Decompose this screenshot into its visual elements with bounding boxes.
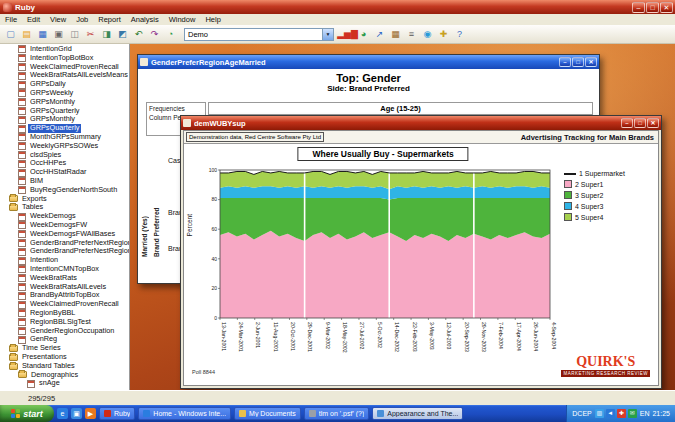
windows-flag-icon (11, 409, 20, 418)
globe-icon[interactable]: ◉ (420, 27, 435, 42)
messenger-icon[interactable]: ✉ (628, 409, 637, 418)
internet-explorer-icon[interactable]: e (57, 408, 68, 419)
sidebar-item-genderbrandprefernestregionage[interactable]: GenderBrandPreferNestRegionAge (0, 247, 129, 256)
close-button[interactable]: ✕ (647, 118, 659, 128)
svg-text:100: 100 (209, 167, 218, 173)
menu-view[interactable]: View (45, 15, 71, 24)
table-icon[interactable]: ▦ (388, 27, 403, 42)
taskbar-buttons: RubyHome - Windows Inte...My Documentstl… (96, 407, 463, 420)
line-chart-icon[interactable]: ↗ (372, 27, 387, 42)
svg-text:17-Apr-2004: 17-Apr-2004 (516, 322, 522, 351)
language-indicator[interactable]: EN (640, 410, 650, 417)
table-icon (18, 81, 26, 89)
maximize-button[interactable]: □ (634, 118, 646, 128)
folder-icon (9, 345, 18, 352)
table-icon (18, 318, 26, 326)
y-axis-label: Percent (186, 214, 193, 236)
menu-help[interactable]: Help (200, 15, 225, 24)
poll-footnote: Poll 8844 (192, 369, 215, 375)
folder-icon (9, 363, 18, 370)
chart-window-body: Demonstration data, Red Centre Software … (183, 130, 659, 386)
cut-icon[interactable]: ✂ (83, 27, 98, 42)
menu-window[interactable]: Window (164, 15, 201, 24)
sidebar-item-weeklygrpssowes[interactable]: WeeklyGRPsSOWes (0, 142, 129, 151)
close-button[interactable]: ✕ (660, 2, 673, 13)
chevron-down-icon[interactable]: ▼ (322, 29, 333, 40)
pie-chart-icon[interactable]: ◕ (356, 27, 371, 42)
main-title-bar[interactable]: Ruby – □ ✕ (0, 0, 675, 14)
help-icon[interactable]: ? (452, 27, 467, 42)
ruby-application-window: Ruby – □ ✕ FileEditViewJobReportAnalysis… (0, 0, 675, 422)
report-icon[interactable]: ≡ (404, 27, 419, 42)
menu-file[interactable]: File (0, 15, 22, 24)
table-icon (18, 45, 26, 53)
taskbar-button-tlm-on-psf[interactable]: tlm on '.psf' (?) (304, 407, 369, 420)
new-icon[interactable]: ▢ (3, 27, 18, 42)
maximize-button[interactable]: □ (572, 57, 584, 67)
refresh-icon[interactable]: ◔ (163, 27, 178, 42)
sidebar-item-genreg[interactable]: GenReg (0, 335, 129, 344)
svg-text:9-Mar-2002: 9-Mar-2002 (325, 322, 331, 349)
demo-combo[interactable]: Demo ▼ (184, 28, 334, 41)
table-icon (18, 230, 26, 238)
sidebar-item-genderregionoccupation[interactable]: GenderRegionOccupation (0, 327, 129, 336)
table-window-icon (140, 58, 148, 66)
navigation-tree: IntentionGridIntentionTopBotBoxWeekClaim… (0, 44, 130, 390)
table-icon (18, 63, 26, 71)
legend-item-3-super2: 3 Super2 (564, 191, 625, 199)
taskbar-button-ruby[interactable]: Ruby (99, 407, 135, 420)
quirks-logo: QUIRK'S Marketing Research Review (561, 355, 650, 377)
preview-icon[interactable]: ◫ (67, 27, 82, 42)
table-window-title-bar[interactable]: GenderPreferRegionAgeMarried – □ ✕ (138, 55, 599, 69)
folder-icon (9, 195, 18, 202)
minimize-button[interactable]: – (621, 118, 633, 128)
paste-icon[interactable]: ◩ (115, 27, 130, 42)
undo-icon[interactable]: ↶ (131, 27, 146, 42)
svg-text:26-Jun-2004: 26-Jun-2004 (533, 322, 539, 351)
chart-window-title: demWUBYsup (194, 119, 621, 128)
sidebar-item-snage[interactable]: snAge (0, 379, 129, 388)
sidebar-item-occhhstatradar[interactable]: OccHHStatRadar (0, 168, 129, 177)
sidebar-item-demographics[interactable]: Demographics (0, 370, 129, 379)
chart-window-icon (183, 119, 191, 127)
svg-text:13-Jan-2001: 13-Jan-2001 (221, 322, 227, 351)
chart-window-title-bar[interactable]: demWUBYsup – □ ✕ (181, 116, 661, 130)
close-button[interactable]: ✕ (585, 57, 597, 67)
copy-icon[interactable]: ◨ (99, 27, 114, 42)
media-player-icon[interactable]: ▶ (85, 408, 96, 419)
show-desktop-icon[interactable]: ▣ (71, 408, 82, 419)
sidebar-item-exports[interactable]: Exports (0, 195, 129, 204)
svg-text:24-Mar-2001: 24-Mar-2001 (238, 322, 244, 352)
network-icon[interactable]: ▥ (595, 409, 604, 418)
menu-job[interactable]: Job (71, 15, 93, 24)
save-icon[interactable]: ▦ (35, 27, 50, 42)
start-button[interactable]: start (0, 405, 54, 422)
taskbar-button-home-windows-inte[interactable]: Home - Windows Inte... (138, 407, 231, 420)
sidebar-item-buyreggendernorthsouth[interactable]: BuyRegGenderNorthSouth (0, 186, 129, 195)
volume-icon[interactable]: ◄ (606, 409, 615, 418)
taskbar-button-my-documents[interactable]: My Documents (234, 407, 301, 420)
security-icon[interactable]: ✚ (617, 409, 626, 418)
taskbar-button-appearance-and-the[interactable]: Appearance and The... (372, 407, 463, 420)
maximize-button[interactable]: □ (646, 2, 659, 13)
menu-analysis[interactable]: Analysis (126, 15, 164, 24)
age-band-header: Age (15-25) (208, 102, 593, 114)
svg-text:3-May-2003: 3-May-2003 (429, 322, 435, 350)
display-icon (377, 410, 384, 417)
item-count: 295/295 (28, 394, 55, 403)
calculator-icon[interactable]: ✚ (436, 27, 451, 42)
menu-report[interactable]: Report (93, 15, 126, 24)
bar-chart-icon[interactable]: ▂▅▇ (340, 27, 355, 42)
menu-edit[interactable]: Edit (22, 15, 45, 24)
minimize-button[interactable]: – (559, 57, 571, 67)
chart-area: Where Usually Buy - Supermarkets Percent… (184, 144, 658, 385)
quirks-logo-subtext: Marketing Research Review (561, 370, 650, 377)
open-icon[interactable]: ▤ (19, 27, 34, 42)
table-icon (18, 72, 26, 80)
print-icon[interactable]: ▣ (51, 27, 66, 42)
chart-window[interactable]: demWUBYsup – □ ✕ Demonstration data, Red… (180, 115, 662, 389)
chart-window-header: Demonstration data, Red Centre Software … (184, 131, 658, 144)
svg-text:29-Dec-2001: 29-Dec-2001 (307, 322, 313, 352)
minimize-button[interactable]: – (632, 2, 645, 13)
redo-icon[interactable]: ↷ (147, 27, 162, 42)
